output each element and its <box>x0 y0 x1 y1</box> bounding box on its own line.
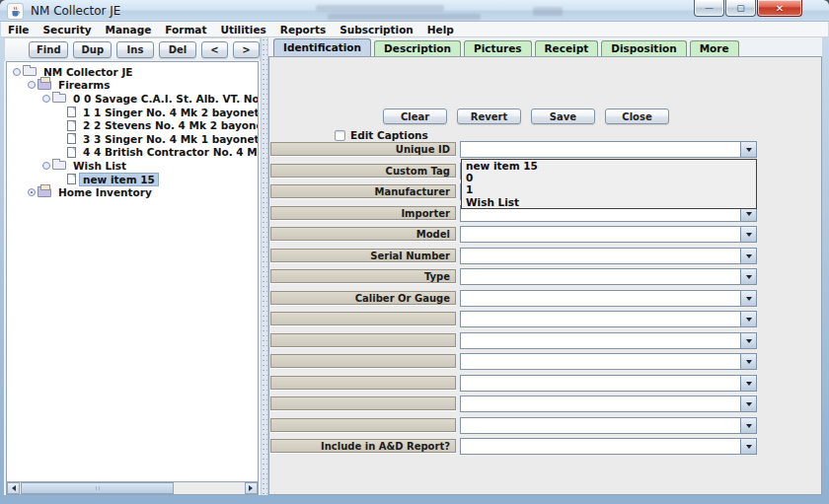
chevron-down-icon[interactable] <box>740 354 756 369</box>
field-combobox[interactable] <box>460 353 757 370</box>
dropdown-option[interactable]: new item 15 <box>462 160 756 172</box>
dropdown-option-label: Wish List <box>466 196 519 208</box>
tree-toggle-icon[interactable] <box>11 65 23 79</box>
toolbar-button[interactable]: Del <box>159 41 196 58</box>
tab-label: More <box>700 42 729 54</box>
combobox-text-field[interactable] <box>461 439 740 454</box>
toolbar-button[interactable]: > <box>233 41 260 58</box>
chevron-down-icon[interactable] <box>740 418 756 433</box>
tree-item[interactable]: Home Inventory <box>7 185 258 199</box>
field-combobox[interactable] <box>460 396 757 412</box>
scroll-left-button[interactable] <box>7 482 20 494</box>
combobox-text-field[interactable] <box>461 269 740 284</box>
field-combobox[interactable] <box>460 290 757 307</box>
chevron-down-icon[interactable] <box>740 291 756 306</box>
action-button[interactable]: Revert <box>457 108 521 124</box>
action-button[interactable]: Close <box>605 108 669 124</box>
field-combobox[interactable] <box>460 311 757 327</box>
chevron-down-icon[interactable] <box>740 312 756 326</box>
combobox-text-field[interactable] <box>461 396 740 411</box>
chevron-down-icon[interactable] <box>740 396 756 411</box>
tree-item[interactable]: Firearms <box>7 79 258 93</box>
edit-captions-checkbox[interactable] <box>335 130 345 141</box>
tab[interactable]: More <box>690 40 739 56</box>
tree-toggle-icon[interactable] <box>55 106 67 119</box>
form-row <box>269 375 760 396</box>
right-pane: Identification Description Pictures Rece… <box>268 37 822 495</box>
maximize-button[interactable]: ▢ <box>725 0 756 17</box>
tab[interactable]: Disposition <box>601 40 686 56</box>
tree-item[interactable]: 0 0 Savage C.A.I. St. Alb. VT. No. IV Mk… <box>7 92 258 106</box>
titlebar[interactable]: NM Collector JE — ▢ ✕ <box>0 0 829 22</box>
chevron-down-icon[interactable] <box>740 333 756 348</box>
tab[interactable]: Pictures <box>464 40 532 56</box>
tree-toggle-icon[interactable] <box>55 132 67 146</box>
dropdown-option[interactable]: 0 <box>462 172 756 183</box>
combobox-text-field[interactable] <box>461 418 740 433</box>
tree-toggle-icon[interactable] <box>40 159 52 173</box>
close-window-button[interactable]: ✕ <box>757 0 802 17</box>
split-pane-divider[interactable] <box>261 37 268 495</box>
menu-item[interactable]: Manage <box>99 23 159 36</box>
tree-toggle-icon[interactable] <box>55 118 67 132</box>
dropdown-option[interactable]: Wish List <box>462 196 756 208</box>
combobox-text-field[interactable] <box>461 291 740 306</box>
combobox-text-field[interactable] <box>461 312 740 326</box>
chevron-down-icon[interactable] <box>740 269 756 284</box>
field-combobox[interactable] <box>460 248 757 264</box>
field-combobox[interactable] <box>460 226 757 243</box>
combobox-text-field[interactable] <box>461 333 740 348</box>
toolbar-button[interactable]: Ins <box>116 41 154 58</box>
dropdown-option[interactable]: 1 <box>462 183 756 195</box>
action-button[interactable]: Clear <box>383 108 447 124</box>
tab[interactable]: Receipt <box>535 40 599 56</box>
tree-toggle-icon[interactable] <box>40 92 52 106</box>
combobox-text-field[interactable] <box>461 249 740 263</box>
combobox-text-field[interactable] <box>461 376 740 391</box>
scrollbar-track[interactable] <box>20 482 245 494</box>
tree-item[interactable]: 2 2 Stevens No. 4 Mk 2 bayonet <box>7 118 258 132</box>
tree-toggle-icon[interactable] <box>55 173 67 186</box>
tab[interactable]: Identification <box>273 38 371 56</box>
combobox-text-field[interactable] <box>461 227 740 242</box>
chevron-down-icon[interactable] <box>740 439 756 454</box>
tree-toggle-icon[interactable] <box>55 146 67 160</box>
toolbar-button[interactable]: Find <box>29 41 68 58</box>
menu-item[interactable]: Utilities <box>213 23 272 36</box>
tree-item[interactable]: 3 3 Singer No. 4 Mk 1 bayonet <box>7 132 258 146</box>
menu-item[interactable]: Format <box>158 23 213 36</box>
menu-item[interactable]: File <box>1 23 37 36</box>
field-combobox[interactable] <box>460 268 757 285</box>
tree-item[interactable]: 1 1 Singer No. 4 Mk 2 bayonet <box>7 106 258 119</box>
scroll-right-button[interactable] <box>245 482 258 494</box>
menu-item[interactable]: Reports <box>273 23 333 36</box>
action-button[interactable]: Save <box>531 108 595 124</box>
toolbar-button[interactable]: Dup <box>73 41 112 58</box>
chevron-down-icon[interactable] <box>740 142 756 157</box>
tree-toggle-icon[interactable] <box>26 79 38 93</box>
menu-item[interactable]: Security <box>37 23 99 36</box>
main-area: FindDupInsDel<> NM Collector JE Firearms <box>4 37 822 495</box>
chevron-down-icon[interactable] <box>740 376 756 391</box>
tab-label: Description <box>384 42 451 54</box>
toolbar-button[interactable]: < <box>201 41 228 58</box>
field-combobox[interactable] <box>460 438 757 455</box>
field-combobox[interactable] <box>460 332 757 349</box>
tab[interactable]: Description <box>374 40 461 56</box>
field-combobox[interactable] <box>460 417 757 434</box>
field-combobox[interactable] <box>460 141 757 158</box>
combobox-text-field[interactable] <box>461 354 740 369</box>
chevron-down-icon[interactable] <box>740 227 756 242</box>
combobox-text-field[interactable] <box>461 142 740 157</box>
scrollbar-thumb[interactable] <box>21 482 174 494</box>
minimize-button[interactable]: — <box>694 0 724 17</box>
tree-item[interactable]: Wish List <box>7 159 258 173</box>
menu-item[interactable]: Help <box>420 23 461 36</box>
field-label-text: Type <box>424 271 450 282</box>
tree-horizontal-scrollbar[interactable] <box>7 481 258 494</box>
tree-toggle-icon[interactable] <box>26 185 38 199</box>
tree-item[interactable]: 4 4 British Contractor No. 4 Mk 1 bayone… <box>7 146 258 160</box>
chevron-down-icon[interactable] <box>740 249 756 263</box>
field-combobox[interactable] <box>460 375 757 392</box>
menu-item[interactable]: Subscription <box>333 23 420 36</box>
